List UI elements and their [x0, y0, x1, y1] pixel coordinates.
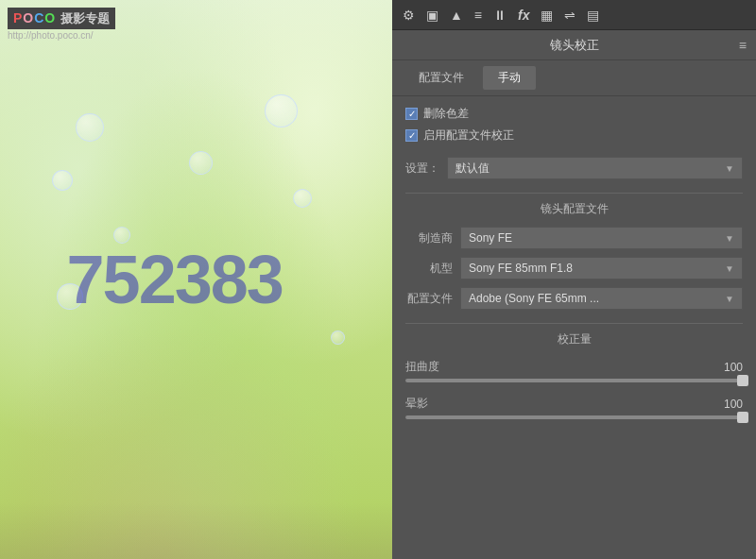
distortion-thumb[interactable] — [737, 375, 748, 386]
manufacturer-label: 制造商 — [405, 230, 453, 246]
manufacturer-select[interactable]: Sony FE ▼ — [460, 227, 743, 249]
profile-value: Adobe (Sony FE 65mm ... — [469, 292, 599, 305]
correction-section-title: 校正量 — [558, 332, 592, 346]
tool-icon-1[interactable]: ⚙ — [400, 6, 418, 25]
profile-select[interactable]: Adobe (Sony FE 65mm ... ▼ — [460, 287, 743, 310]
watermark: 752383 — [67, 241, 283, 318]
right-panel: ⚙ ▣ ▲ ≡ ⏸ fx ▦ ⇌ ▤ 镜头校正 ≡ 配置文件 手动 ✓ 删除色差 — [392, 0, 756, 559]
settings-select[interactable]: 默认值 ▼ — [447, 157, 743, 179]
tab-manual[interactable]: 手动 — [483, 66, 536, 90]
panel-content: ✓ 删除色差 ✓ 启用配置文件校正 设置： 默认值 ▼ 镜头配置文件 — [392, 96, 756, 559]
model-arrow-icon: ▼ — [725, 263, 734, 274]
checkbox-row-2: ✓ 启用配置文件校正 — [405, 127, 743, 144]
model-value: Sony FE 85mm F1.8 — [469, 262, 573, 275]
tool-icon-2[interactable]: ▣ — [423, 6, 441, 25]
manufacturer-value: Sony FE — [469, 231, 512, 245]
tool-icon-fx[interactable]: fx — [515, 6, 532, 25]
tool-icon-4[interactable]: ≡ — [472, 6, 485, 25]
tool-icon-9[interactable]: ▤ — [584, 6, 602, 25]
profile-label: 配置文件 — [405, 291, 453, 307]
tab-profile[interactable]: 配置文件 — [404, 66, 479, 90]
correction-title: 校正量 — [405, 323, 743, 347]
distortion-track[interactable] — [405, 379, 743, 382]
lens-profile-divider: 镜头配置文件 — [405, 193, 743, 217]
bubble-2 — [52, 170, 73, 191]
manufacturer-row: 制造商 Sony FE ▼ — [405, 227, 743, 249]
vignette-slider-row: 晕影 100 — [405, 396, 743, 419]
settings-arrow-icon: ▼ — [725, 163, 734, 174]
vignette-track[interactable] — [405, 415, 743, 419]
fence-area — [0, 502, 392, 559]
tool-icon-3[interactable]: ▲ — [447, 6, 466, 25]
vignette-slider-header: 晕影 100 — [405, 396, 743, 412]
vignette-label: 晕影 — [405, 396, 428, 412]
tabs-row: 配置文件 手动 — [392, 60, 756, 96]
bubble-1 — [76, 113, 104, 142]
checkbox-remove-ca[interactable]: ✓ — [405, 108, 418, 120]
model-row: 机型 Sony FE 85mm F1.8 ▼ — [405, 257, 743, 280]
bubble-5 — [265, 94, 298, 127]
toolbar: ⚙ ▣ ▲ ≡ ⏸ fx ▦ ⇌ ▤ — [392, 0, 756, 30]
tool-icon-7[interactable]: ▦ — [538, 6, 556, 25]
manufacturer-arrow-icon: ▼ — [725, 233, 734, 244]
correction-section: 校正量 扭曲度 100 晕影 100 — [405, 323, 743, 419]
photo-panel: POCO 摄影专题 http://photo.poco.cn/ 752383 — [0, 0, 392, 559]
profile-row: 配置文件 Adobe (Sony FE 65mm ... ▼ — [405, 287, 743, 310]
vignette-value: 100 — [724, 398, 743, 411]
poco-url: http://photo.poco.cn/ — [8, 30, 115, 41]
checkbox-row-1: ✓ 删除色差 — [405, 106, 743, 122]
bubble-4 — [189, 151, 213, 175]
poco-logo: POCO 摄影专题 http://photo.poco.cn/ — [8, 8, 115, 41]
vignette-thumb[interactable] — [737, 412, 748, 423]
settings-row: 设置： 默认值 ▼ — [405, 157, 743, 179]
profile-arrow-icon: ▼ — [725, 294, 734, 304]
checkbox-remove-ca-label: 删除色差 — [423, 106, 469, 122]
distortion-slider-row: 扭曲度 100 — [405, 359, 743, 382]
vignette-fill — [405, 415, 743, 419]
distortion-label: 扭曲度 — [405, 359, 439, 375]
checkbox-enable-profile-label: 启用配置文件校正 — [423, 127, 514, 144]
lens-profile-title: 镜头配置文件 — [541, 202, 609, 215]
panel-menu-icon[interactable]: ≡ — [739, 38, 747, 53]
tool-icon-8[interactable]: ⇌ — [561, 6, 578, 25]
settings-label: 设置： — [405, 161, 439, 177]
checkbox-enable-profile[interactable]: ✓ — [405, 129, 418, 142]
model-select[interactable]: Sony FE 85mm F1.8 ▼ — [460, 257, 743, 280]
distortion-value: 100 — [724, 361, 743, 374]
model-label: 机型 — [405, 261, 453, 277]
checkbox-section: ✓ 删除色差 ✓ 启用配置文件校正 — [405, 106, 743, 144]
panel-header: 镜头校正 ≡ — [392, 30, 756, 60]
distortion-slider-header: 扭曲度 100 — [405, 359, 743, 375]
bubble-6 — [293, 189, 312, 208]
settings-value: 默认值 — [455, 161, 490, 177]
panel-title: 镜头校正 — [550, 37, 599, 54]
distortion-fill — [405, 379, 743, 382]
tool-icon-5[interactable]: ⏸ — [490, 6, 509, 25]
